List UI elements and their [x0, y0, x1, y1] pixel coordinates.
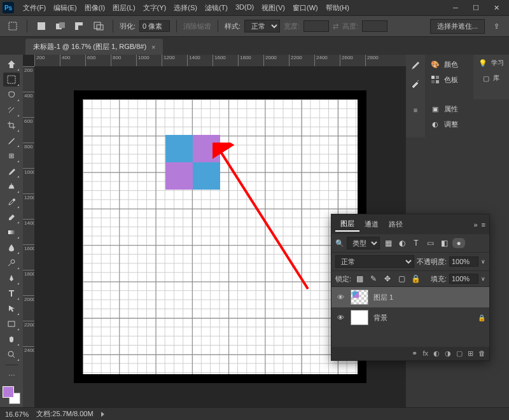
layer-mask-icon[interactable]: ◐ — [433, 349, 440, 358]
layers-panel[interactable]: 图层 通道 路径 » ≡ 🔍 类型 ▦ ◐ T ▭ ◧ ● 正常 不透明度: ∨… — [331, 214, 490, 361]
menu-file[interactable]: 文件(F) — [19, 2, 50, 14]
new-layer-icon[interactable]: ⊞ — [468, 349, 473, 358]
learn-panel-button[interactable]: 💡学习 — [477, 57, 505, 69]
share-icon[interactable]: ⇪ — [489, 18, 504, 34]
path-select-tool[interactable] — [3, 302, 20, 316]
blend-mode-select[interactable]: 正常 — [335, 255, 414, 268]
adjustments-panel-button[interactable]: ◐调整 — [428, 117, 506, 131]
menu-layer[interactable]: 图层(L) — [109, 2, 139, 14]
swatches-panel-button[interactable]: 色板 — [428, 73, 471, 87]
adjustment-layer-icon[interactable]: ◑ — [445, 349, 451, 358]
rectangle-tool[interactable] — [3, 317, 20, 331]
library-panel-button[interactable]: ▢库 — [482, 73, 501, 84]
layer-name[interactable]: 背景 — [373, 313, 387, 323]
select-and-mask-button[interactable]: 选择并遮住... — [430, 19, 485, 34]
selection-subtract-icon[interactable] — [72, 18, 87, 34]
panel-strip-icon[interactable]: ≡ — [408, 103, 422, 117]
fill-input[interactable] — [449, 274, 478, 284]
doc-info[interactable]: 文档:25.7M/8.00M — [36, 409, 93, 419]
menu-image[interactable]: 图像(I) — [81, 2, 109, 14]
panel-menu-icon[interactable]: ≡ — [482, 221, 485, 228]
selection-new-icon[interactable] — [34, 18, 49, 34]
brush-tool[interactable] — [3, 164, 20, 178]
filter-pixel-icon[interactable]: ▦ — [382, 238, 394, 248]
lock-artboard-icon[interactable]: ▢ — [396, 274, 407, 284]
dodge-tool[interactable] — [3, 256, 20, 270]
search-icon[interactable]: 🔍 — [335, 239, 344, 248]
canvas[interactable] — [74, 90, 366, 383]
selection-add-icon[interactable] — [53, 18, 68, 34]
selection-intersect-icon[interactable] — [91, 18, 106, 34]
color-panel-button[interactable]: 🎨颜色 — [428, 57, 471, 71]
vertical-ruler[interactable]: 200400 600800 10001200 14001600 18002000… — [23, 66, 34, 407]
menu-window[interactable]: 窗口(W) — [289, 2, 322, 14]
layer-item[interactable]: 👁 背景 🔒 — [331, 307, 489, 328]
feather-input[interactable] — [139, 20, 170, 32]
properties-panel-button[interactable]: ▣属性 — [428, 102, 506, 116]
menu-type[interactable]: 文字(Y) — [139, 2, 171, 14]
move-tool[interactable] — [3, 57, 20, 71]
crop-tool[interactable] — [3, 118, 20, 132]
opacity-input[interactable] — [449, 256, 478, 267]
edit-toolbar[interactable]: ⋯ — [3, 368, 20, 382]
eyedropper-tool[interactable] — [3, 134, 20, 148]
pen-tool[interactable] — [3, 271, 20, 285]
layer-thumbnail[interactable] — [351, 310, 368, 325]
eraser-tool[interactable] — [3, 210, 20, 224]
zoom-tool[interactable] — [3, 347, 20, 361]
magic-wand-tool[interactable] — [3, 103, 20, 117]
lock-paint-icon[interactable]: ✎ — [368, 274, 379, 284]
menu-select[interactable]: 选择(S) — [170, 2, 201, 14]
lock-all-icon[interactable]: 🔒 — [410, 274, 421, 284]
hand-tool[interactable] — [3, 332, 20, 346]
tab-channels[interactable]: 通道 — [359, 218, 384, 231]
layer-name[interactable]: 图层 1 — [373, 293, 393, 302]
filter-smart-icon[interactable]: ◧ — [438, 238, 450, 248]
menu-3d[interactable]: 3D(D) — [232, 2, 258, 14]
minimize-button[interactable]: ─ — [445, 0, 466, 15]
menu-edit[interactable]: 编辑(E) — [50, 2, 81, 14]
delete-layer-icon[interactable]: 🗑 — [478, 349, 485, 358]
blur-tool[interactable] — [3, 241, 20, 255]
filter-toggle[interactable]: ● — [452, 238, 465, 248]
visibility-toggle-icon[interactable]: 👁 — [335, 293, 345, 301]
tab-paths[interactable]: 路径 — [384, 218, 408, 231]
close-tab-icon[interactable]: × — [151, 43, 155, 51]
menu-filter[interactable]: 滤镜(T) — [201, 2, 232, 14]
layer-item[interactable]: 👁 图层 1 — [331, 287, 489, 307]
document-tab[interactable]: 未标题-1 @ 16.7% (图层 1, RGB/8#) × — [25, 39, 163, 55]
status-menu-icon[interactable] — [101, 412, 104, 417]
gradient-tool[interactable] — [3, 225, 20, 239]
marquee-tool[interactable] — [3, 73, 20, 87]
tab-layers[interactable]: 图层 — [335, 217, 359, 232]
lasso-tool[interactable] — [3, 88, 20, 102]
menu-view[interactable]: 视图(V) — [258, 2, 289, 14]
filter-type-select[interactable]: 类型 — [347, 237, 380, 249]
filter-adjust-icon[interactable]: ◐ — [396, 238, 408, 248]
horizontal-ruler[interactable]: 200400 600800 10001200 14001600 18002000… — [34, 55, 406, 66]
menu-help[interactable]: 帮助(H) — [322, 2, 353, 14]
zoom-level[interactable]: 16.67% — [5, 410, 29, 418]
filter-shape-icon[interactable]: ▭ — [424, 238, 436, 248]
panel-collapse-icon[interactable]: » — [473, 221, 477, 228]
clone-stamp-tool[interactable] — [3, 179, 20, 193]
color-swatches[interactable] — [3, 386, 20, 404]
style-select[interactable]: 正常 — [244, 20, 280, 32]
lock-icon[interactable]: 🔒 — [478, 314, 485, 321]
brush-settings-icon[interactable] — [408, 76, 422, 90]
lock-transparency-icon[interactable]: ▩ — [354, 274, 365, 284]
filter-type-icon[interactable]: T — [410, 238, 422, 248]
link-layers-icon[interactable]: ⚭ — [412, 349, 417, 358]
layer-fx-icon[interactable]: fx — [422, 349, 428, 358]
close-button[interactable]: ✕ — [486, 0, 506, 15]
visibility-toggle-icon[interactable]: 👁 — [335, 314, 345, 321]
history-brush-tool[interactable] — [3, 195, 20, 209]
foreground-color-swatch[interactable] — [3, 386, 14, 398]
lock-position-icon[interactable]: ✥ — [382, 274, 393, 284]
layer-thumbnail[interactable] — [351, 290, 368, 305]
spot-heal-tool[interactable] — [3, 149, 20, 163]
type-tool[interactable]: T — [3, 286, 20, 300]
maximize-button[interactable]: ☐ — [466, 0, 486, 15]
new-group-icon[interactable]: ▢ — [456, 349, 463, 358]
marquee-tool-preset[interactable] — [5, 18, 20, 34]
